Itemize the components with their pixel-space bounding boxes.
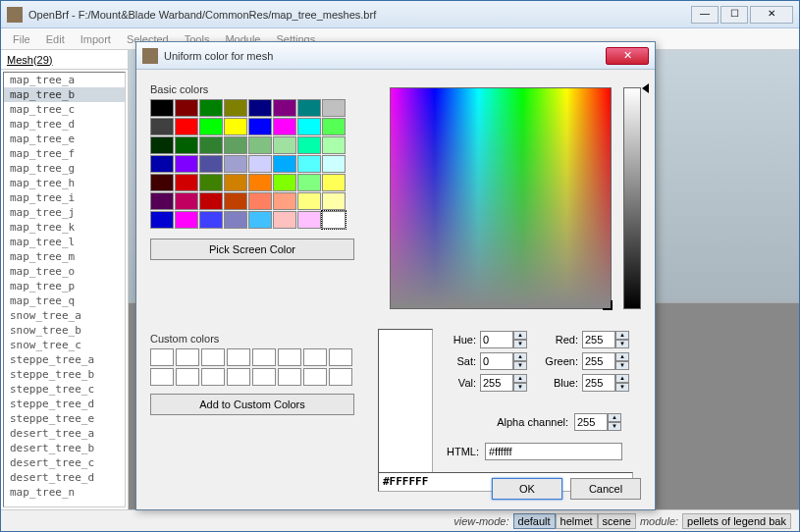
basic-color-swatch[interactable]	[248, 192, 272, 210]
list-item[interactable]: map_tree_b	[4, 87, 125, 102]
pick-screen-color-button[interactable]: Pick Screen Color	[150, 239, 354, 260]
basic-color-swatch[interactable]	[224, 155, 247, 173]
red-up-icon[interactable]: ▲	[615, 331, 629, 340]
custom-color-swatch[interactable]	[150, 368, 174, 386]
sat-up-icon[interactable]: ▲	[513, 352, 527, 361]
list-item[interactable]: steppe_tree_c	[4, 382, 125, 397]
viewmode-default[interactable]: default	[513, 513, 556, 529]
basic-color-swatch[interactable]	[248, 99, 272, 117]
basic-color-swatch[interactable]	[150, 174, 174, 191]
basic-color-swatch[interactable]	[297, 174, 321, 191]
basic-color-swatch[interactable]	[199, 99, 223, 117]
custom-color-swatch[interactable]	[303, 348, 327, 366]
basic-color-swatch[interactable]	[199, 211, 223, 229]
sat-input[interactable]	[480, 352, 513, 370]
list-item[interactable]: map_tree_l	[4, 235, 125, 249]
custom-color-swatch[interactable]	[329, 368, 352, 386]
list-item[interactable]: desert_tree_a	[4, 426, 125, 441]
basic-color-swatch[interactable]	[248, 211, 272, 229]
basic-color-swatch[interactable]	[224, 192, 247, 210]
basic-color-swatch[interactable]	[297, 118, 321, 135]
basic-color-swatch[interactable]	[273, 99, 296, 117]
basic-color-swatch[interactable]	[273, 211, 296, 229]
basic-color-swatch[interactable]	[322, 136, 346, 154]
val-input[interactable]	[480, 374, 513, 392]
basic-color-swatch[interactable]	[199, 118, 223, 135]
menu-edit[interactable]: Edit	[38, 31, 73, 47]
list-item[interactable]: map_tree_c	[4, 102, 125, 117]
list-item[interactable]: map_tree_k	[4, 220, 125, 235]
basic-color-swatch[interactable]	[273, 192, 296, 210]
basic-color-swatch[interactable]	[150, 99, 174, 117]
list-item[interactable]: map_tree_n	[4, 485, 125, 500]
list-item[interactable]: desert_tree_c	[4, 455, 125, 470]
list-item[interactable]: map_tree_i	[4, 190, 125, 205]
basic-color-swatch[interactable]	[224, 118, 247, 135]
minimize-button[interactable]: —	[691, 6, 719, 24]
custom-color-swatch[interactable]	[278, 368, 301, 386]
basic-color-swatch[interactable]	[199, 192, 223, 210]
custom-color-swatch[interactable]	[252, 368, 276, 386]
alpha-down-icon[interactable]: ▼	[608, 422, 621, 431]
list-item[interactable]: map_tree_o	[4, 264, 125, 279]
basic-color-swatch[interactable]	[248, 155, 272, 173]
alpha-up-icon[interactable]: ▲	[608, 413, 621, 422]
custom-color-swatch[interactable]	[227, 368, 250, 386]
custom-color-swatch[interactable]	[150, 348, 174, 366]
list-item[interactable]: map_tree_j	[4, 205, 125, 220]
list-item[interactable]: desert_tree_b	[4, 441, 125, 455]
basic-color-swatch[interactable]	[297, 136, 321, 154]
custom-color-swatch[interactable]	[278, 348, 301, 366]
basic-color-swatch[interactable]	[199, 136, 223, 154]
close-button[interactable]: ✕	[750, 6, 793, 24]
list-item[interactable]: desert_tree_d	[4, 470, 125, 485]
list-item[interactable]: snow_tree_a	[4, 308, 125, 323]
add-custom-colors-button[interactable]: Add to Custom Colors	[150, 394, 354, 415]
custom-color-swatch[interactable]	[176, 348, 199, 366]
sat-down-icon[interactable]: ▼	[513, 361, 527, 370]
basic-color-swatch[interactable]	[248, 118, 272, 135]
red-input[interactable]	[582, 331, 615, 348]
basic-color-swatch[interactable]	[175, 99, 198, 117]
blue-down-icon[interactable]: ▼	[615, 383, 629, 392]
list-item[interactable]: map_tree_a	[4, 73, 125, 87]
basic-color-swatch[interactable]	[273, 136, 296, 154]
basic-color-swatch[interactable]	[175, 174, 198, 191]
basic-color-swatch[interactable]	[175, 155, 198, 173]
list-item[interactable]: map_tree_q	[4, 293, 125, 308]
basic-color-swatch[interactable]	[322, 155, 346, 173]
basic-color-swatch[interactable]	[297, 155, 321, 173]
custom-color-swatch[interactable]	[252, 348, 276, 366]
val-down-icon[interactable]: ▼	[513, 383, 527, 392]
basic-color-swatch[interactable]	[273, 118, 296, 135]
hue-up-icon[interactable]: ▲	[513, 331, 527, 340]
green-down-icon[interactable]: ▼	[615, 361, 629, 370]
viewmode-scene[interactable]: scene	[598, 513, 636, 529]
basic-color-swatch[interactable]	[150, 136, 174, 154]
basic-color-swatch[interactable]	[150, 192, 174, 210]
basic-color-swatch[interactable]	[224, 211, 247, 229]
basic-color-swatch[interactable]	[175, 211, 198, 229]
hue-input[interactable]	[480, 331, 513, 348]
module-selector[interactable]: pellets of legend bak	[682, 513, 791, 529]
maximize-button[interactable]: ☐	[720, 6, 748, 24]
color-gradient-picker[interactable]	[390, 87, 612, 309]
list-item[interactable]: steppe_tree_a	[4, 352, 125, 367]
custom-color-swatch[interactable]	[176, 368, 199, 386]
list-item[interactable]: steppe_tree_d	[4, 397, 125, 411]
list-item[interactable]: snow_tree_c	[4, 338, 125, 352]
html-input[interactable]	[485, 443, 622, 460]
list-item[interactable]: steppe_tree_b	[4, 367, 125, 382]
green-input[interactable]	[582, 352, 615, 370]
basic-color-swatch[interactable]	[273, 174, 296, 191]
viewmode-helmet[interactable]: helmet	[556, 513, 598, 529]
list-item[interactable]: snow_tree_b	[4, 323, 125, 338]
basic-color-swatch[interactable]	[224, 136, 247, 154]
basic-color-swatch[interactable]	[248, 136, 272, 154]
blue-input[interactable]	[582, 374, 615, 392]
red-down-icon[interactable]: ▼	[615, 340, 629, 348]
val-up-icon[interactable]: ▲	[513, 374, 527, 383]
list-item[interactable]: map_tree_e	[4, 132, 125, 146]
basic-color-swatch[interactable]	[175, 136, 198, 154]
hue-down-icon[interactable]: ▼	[513, 340, 527, 348]
